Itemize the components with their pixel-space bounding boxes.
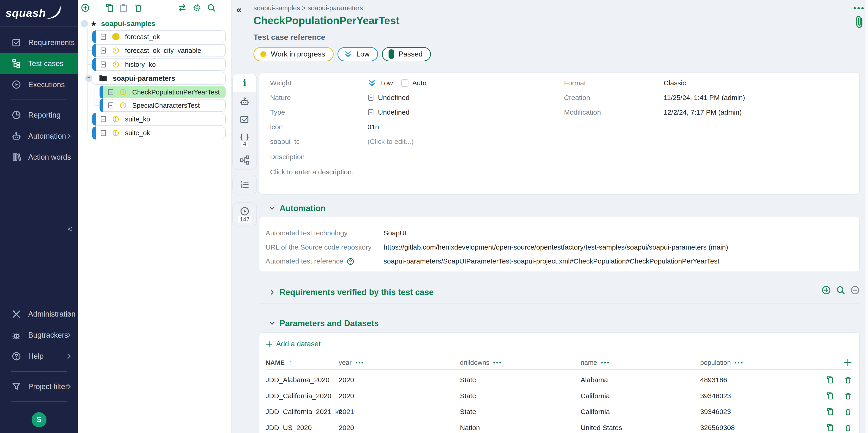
tree-node-suite-ok[interactable]: suite_ok: [92, 127, 226, 139]
cell-population[interactable]: 39346023: [700, 392, 811, 400]
tree-node-checkpopulationperyeartest[interactable]: CheckPopulationPerYearTest: [99, 86, 226, 99]
automation-section-header[interactable]: Automation: [269, 204, 326, 213]
cell-population[interactable]: 326569308: [700, 424, 811, 432]
tab-links[interactable]: [233, 151, 256, 169]
sidebar-item-executions[interactable]: Executions: [0, 74, 78, 95]
attachments-paperclip-icon[interactable]: [855, 15, 863, 29]
column-menu-icon[interactable]: [493, 362, 501, 363]
cell-name[interactable]: United States: [581, 424, 700, 432]
column-header-name-sorted[interactable]: NAME ↑: [266, 359, 339, 366]
status-badge-work-in-progress[interactable]: Work in progress: [253, 47, 333, 62]
project-node-label[interactable]: soapui-samples: [101, 20, 155, 28]
weight-value[interactable]: Low Auto: [368, 79, 427, 87]
cell-year[interactable]: 2020: [339, 392, 460, 400]
sidebar-item-administration[interactable]: Administration: [0, 303, 78, 325]
sidebar-item-action-words[interactable]: Action words: [0, 146, 78, 168]
copy-dataset-button[interactable]: [826, 424, 834, 432]
tab-automation[interactable]: [233, 92, 256, 110]
sidebar-item-bugtrackers[interactable]: Bugtrackers: [0, 325, 78, 345]
cell-dataset-name[interactable]: JDD_US_2020: [266, 424, 339, 432]
column-header-drilldowns[interactable]: drilldowns: [460, 359, 581, 366]
test-case-icon: [100, 115, 107, 123]
cell-dataset-name[interactable]: JDD_Alabama_2020: [266, 376, 339, 384]
cell-population[interactable]: 4893186: [700, 376, 811, 384]
cell-name[interactable]: California: [581, 392, 700, 400]
delete-dataset-button[interactable]: [844, 408, 852, 415]
cell-name[interactable]: Alabama: [581, 376, 700, 384]
tree-node-suite-ko[interactable]: suite_ko: [92, 113, 226, 126]
type-value[interactable]: Undefined: [368, 108, 410, 116]
tree-node-forecast-ok[interactable]: forecast_ok: [92, 30, 226, 43]
delete-dataset-button[interactable]: [844, 392, 852, 400]
column-menu-icon[interactable]: [355, 362, 363, 363]
importance-badge-low[interactable]: Low: [338, 47, 378, 62]
folder-collapse-button[interactable]: −: [85, 74, 92, 82]
table-row[interactable]: JDD_US_2020 2020 Nation United States 32…: [259, 420, 859, 433]
squash-logo[interactable]: squash: [0, 0, 78, 27]
cell-population[interactable]: 39346023: [700, 408, 811, 415]
requirements-section-header[interactable]: Requirements verified by this test case: [269, 288, 434, 297]
cell-year[interactable]: 2020: [339, 424, 460, 432]
column-header-population[interactable]: population: [700, 359, 811, 366]
soapui-tc-value[interactable]: (Click to edit...): [368, 138, 414, 145]
source-code-repository-url-value[interactable]: https://gitlab.com/henixdevelopment/open…: [383, 243, 728, 251]
tab-parameters[interactable]: { } 4: [233, 129, 256, 151]
add-requirement-circle-plus-button[interactable]: [822, 286, 831, 295]
sidebar-item-test-cases[interactable]: Test cases: [0, 53, 78, 74]
tab-steps[interactable]: [233, 110, 256, 129]
unlink-requirement-circle-minus-button[interactable]: [850, 286, 860, 295]
sidebar-item-reporting[interactable]: Reporting: [0, 104, 78, 126]
parameters-section-header[interactable]: Parameters and Datasets: [269, 319, 379, 328]
user-avatar[interactable]: S: [32, 412, 46, 427]
help-icon: [12, 352, 21, 361]
cell-drilldowns[interactable]: Nation: [460, 424, 581, 432]
more-actions-menu-button[interactable]: [854, 7, 863, 9]
tab-information[interactable]: i: [233, 74, 256, 92]
sidebar-item-requirements[interactable]: Requirements: [0, 32, 78, 53]
delete-dataset-button[interactable]: [844, 376, 852, 384]
sidebar-item-automation[interactable]: Automation: [0, 126, 78, 146]
collapse-tree-button[interactable]: «: [236, 4, 242, 15]
sidebar-collapse-button[interactable]: <: [68, 225, 72, 233]
tab-executions-history[interactable]: 147: [233, 203, 256, 226]
execution-badge-passed[interactable]: Passed: [382, 47, 431, 62]
automated-test-technology-value[interactable]: SoapUI: [383, 229, 407, 237]
nature-value[interactable]: Undefined: [368, 94, 410, 102]
column-menu-icon[interactable]: [735, 362, 743, 363]
cell-name[interactable]: California: [581, 408, 700, 415]
auto-checkbox[interactable]: [401, 79, 408, 87]
breadcrumb[interactable]: soapui-samples > soapui-parameters: [253, 4, 363, 12]
cell-dataset-name[interactable]: JDD_California_2021_ko: [266, 408, 339, 415]
cell-drilldowns[interactable]: State: [460, 392, 581, 400]
copy-dataset-button[interactable]: [826, 392, 834, 400]
automated-test-reference-value[interactable]: soapui-parameters/SoapUIParameterTest-so…: [383, 257, 719, 265]
cell-year[interactable]: 2020: [339, 376, 460, 384]
tree-node-history-ko[interactable]: history_ko: [92, 58, 226, 71]
table-row[interactable]: JDD_Alabama_2020 2020 State Alabama 4893…: [259, 372, 859, 388]
icon-value[interactable]: 01n: [368, 123, 379, 131]
add-parameter-column-button[interactable]: [811, 359, 852, 367]
tab-ordered-list[interactable]: [233, 175, 256, 194]
add-dataset-button[interactable]: Add a dataset: [266, 340, 320, 348]
tree-node-specialcharacterstest[interactable]: SpecialCharactersTest: [99, 99, 226, 112]
sidebar-item-help[interactable]: Help: [0, 345, 78, 367]
delete-dataset-button[interactable]: [844, 424, 852, 432]
cell-drilldowns[interactable]: State: [460, 408, 581, 415]
copy-dataset-button[interactable]: [826, 408, 834, 415]
search-requirements-button[interactable]: [836, 286, 845, 295]
cell-drilldowns[interactable]: State: [460, 376, 581, 384]
table-row[interactable]: JDD_California_2021_ko 2021 State Califo…: [259, 404, 859, 420]
sidebar-item-project-filter[interactable]: Project filter: [0, 376, 78, 397]
tree-node-soapui-parameters-folder[interactable]: soapui-parameters: [92, 72, 226, 85]
cell-year[interactable]: 2021: [339, 408, 460, 415]
column-header-name2[interactable]: name: [581, 359, 700, 366]
column-header-year[interactable]: year: [339, 359, 460, 366]
copy-dataset-button[interactable]: [826, 376, 834, 384]
column-menu-icon[interactable]: [601, 362, 609, 363]
project-collapse-button[interactable]: −: [81, 20, 88, 27]
cell-dataset-name[interactable]: JDD_California_2020: [266, 392, 339, 400]
table-row[interactable]: JDD_California_2020 2020 State Californi…: [259, 388, 859, 404]
help-question-circle-icon[interactable]: [347, 258, 354, 265]
tree-node-forecast-ok-city-variable[interactable]: forecast_ok_city_variable: [92, 44, 226, 57]
description-placeholder[interactable]: Click to enter a description.: [270, 168, 353, 176]
